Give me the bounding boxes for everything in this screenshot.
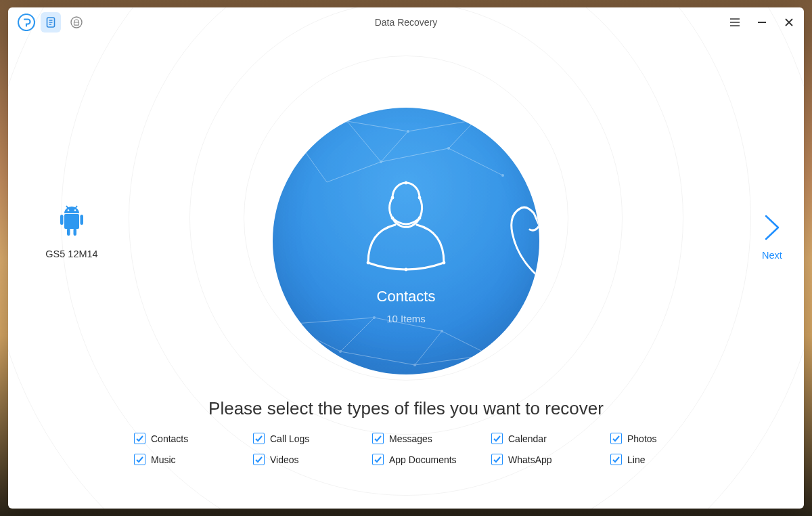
type-label: Messages	[389, 433, 432, 444]
svg-point-19	[413, 364, 416, 366]
checkbox-icon	[253, 454, 265, 465]
svg-point-27	[405, 181, 408, 185]
menu-button[interactable]	[727, 14, 743, 30]
device-panel[interactable]: GS5 12M14	[31, 204, 112, 259]
svg-point-0	[18, 14, 35, 30]
next-button[interactable]: Next	[761, 212, 784, 261]
type-music-checkbox[interactable]: Music	[134, 454, 253, 465]
type-messages-checkbox[interactable]: Messages	[372, 433, 491, 444]
type-call-logs-checkbox[interactable]: Call Logs	[253, 433, 372, 444]
type-label: App Documents	[389, 454, 457, 465]
svg-point-17	[501, 174, 504, 177]
minimize-button[interactable]	[754, 14, 770, 30]
svg-point-28	[367, 261, 370, 265]
type-label: Videos	[270, 454, 299, 465]
svg-rect-32	[60, 215, 64, 225]
svg-point-26	[418, 217, 422, 220]
type-label: WhatsApp	[508, 454, 552, 465]
svg-rect-34	[67, 228, 70, 236]
disc-category-subtitle: 10 Items	[273, 313, 539, 324]
type-contacts-checkbox[interactable]: Contacts	[134, 433, 253, 444]
svg-point-29	[443, 261, 446, 265]
type-line-checkbox[interactable]: Line	[610, 454, 729, 465]
type-whatsapp-checkbox[interactable]: WhatsApp	[491, 454, 610, 465]
svg-point-12	[346, 120, 348, 123]
window-controls	[727, 7, 797, 37]
disc-category-title: Contacts	[273, 288, 539, 305]
checkbox-icon	[372, 433, 384, 444]
file-type-grid: Contacts Call Logs Messages Calendar Pho…	[134, 433, 729, 465]
svg-point-25	[391, 217, 394, 220]
mode-secondary-button[interactable]	[66, 12, 87, 33]
type-label: Music	[151, 454, 176, 465]
svg-point-15	[380, 160, 382, 163]
type-videos-checkbox[interactable]: Videos	[253, 454, 372, 465]
phone-icon	[499, 196, 539, 291]
svg-point-13	[407, 130, 409, 133]
svg-point-22	[441, 330, 443, 332]
instruction-text: Please select the types of files you wan…	[8, 398, 804, 419]
checkbox-icon	[610, 433, 622, 444]
titlebar-left	[8, 12, 87, 33]
android-icon	[57, 204, 87, 239]
checkbox-icon	[610, 454, 622, 465]
chevron-right-icon	[761, 212, 784, 243]
type-label: Calendar	[508, 433, 547, 444]
svg-point-38	[68, 209, 70, 211]
svg-point-23	[391, 196, 394, 200]
next-label: Next	[761, 250, 784, 261]
type-photos-checkbox[interactable]: Photos	[610, 433, 729, 444]
svg-point-39	[74, 209, 76, 211]
device-label: GS5 12M14	[31, 249, 112, 259]
checkbox-icon	[134, 433, 145, 444]
type-app-documents-checkbox[interactable]: App Documents	[372, 454, 491, 465]
type-calendar-checkbox[interactable]: Calendar	[491, 433, 610, 444]
mode-data-recovery-button[interactable]	[41, 12, 61, 33]
contact-person-icon	[359, 172, 453, 280]
checkbox-icon	[491, 454, 503, 465]
window-title: Data Recovery	[8, 7, 804, 37]
svg-point-20	[488, 353, 491, 356]
checkbox-icon	[372, 454, 384, 465]
svg-point-18	[339, 350, 342, 353]
svg-rect-33	[81, 215, 84, 225]
checkbox-icon	[491, 433, 503, 444]
svg-line-37	[75, 206, 77, 209]
svg-point-14	[474, 119, 477, 121]
svg-point-24	[418, 196, 422, 200]
checkbox-icon	[134, 454, 145, 465]
checkbox-icon	[253, 433, 265, 444]
type-label: Photos	[627, 433, 657, 444]
svg-line-36	[66, 206, 68, 209]
svg-point-16	[447, 147, 450, 150]
svg-point-30	[405, 268, 408, 272]
category-disc[interactable]: Contacts 10 Items	[273, 108, 539, 374]
svg-rect-31	[64, 214, 79, 229]
app-logo-icon	[18, 14, 35, 31]
type-label: Line	[627, 454, 645, 465]
app-window: Data Recovery	[8, 7, 804, 509]
type-label: Call Logs	[270, 433, 309, 444]
svg-rect-35	[74, 228, 77, 236]
type-label: Contacts	[151, 433, 188, 444]
titlebar: Data Recovery	[8, 7, 804, 37]
close-button[interactable]	[781, 14, 797, 30]
